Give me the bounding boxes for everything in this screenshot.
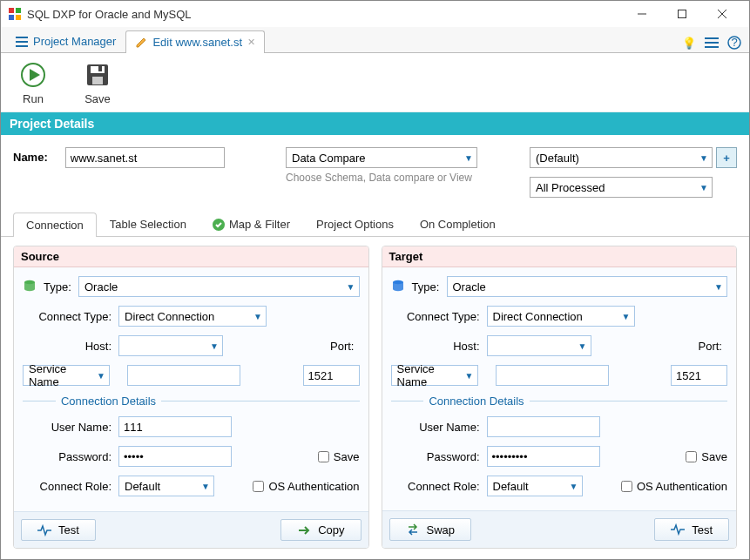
password-label: Password: bbox=[391, 450, 487, 463]
compare-type-value: Data Compare bbox=[292, 152, 366, 165]
chevron-down-icon: ▼ bbox=[210, 341, 219, 351]
minimize-button[interactable] bbox=[622, 1, 662, 27]
username-label: User Name: bbox=[23, 421, 118, 434]
title-bar: SQL DXP for Oracle and MySQL bbox=[1, 1, 749, 27]
svg-rect-1 bbox=[16, 8, 21, 13]
source-username-input[interactable] bbox=[118, 416, 232, 437]
source-connect-role-combo[interactable]: Default▼ bbox=[118, 476, 214, 496]
chevron-down-icon: ▼ bbox=[97, 371, 105, 381]
target-port-input[interactable] bbox=[671, 365, 727, 386]
chevron-down-icon: ▼ bbox=[570, 482, 578, 491]
chevron-down-icon: ▼ bbox=[699, 183, 708, 192]
tab-project-options[interactable]: Project Options bbox=[303, 212, 407, 236]
host-label: Host: bbox=[23, 340, 118, 353]
target-os-auth-checkbox[interactable]: OS Authentication bbox=[621, 480, 727, 493]
chevron-down-icon: ▼ bbox=[622, 312, 631, 321]
tab-close-icon[interactable]: ✕ bbox=[247, 37, 255, 48]
source-port-input[interactable] bbox=[303, 365, 360, 386]
chevron-down-icon: ▼ bbox=[714, 282, 723, 292]
name-input[interactable] bbox=[65, 147, 225, 168]
target-connect-type-combo[interactable]: Direct Connection▼ bbox=[487, 306, 635, 327]
profile-combo[interactable]: (Default) ▼ bbox=[530, 147, 713, 168]
chevron-down-icon: ▼ bbox=[578, 341, 587, 351]
pulse-icon bbox=[671, 523, 685, 536]
target-connect-role-combo[interactable]: Default▼ bbox=[487, 476, 583, 496]
app-icon bbox=[8, 7, 22, 21]
swap-button[interactable]: Swap bbox=[389, 518, 472, 541]
document-tabs: Project Manager Edit www.sanet.st ✕ 💡 ? bbox=[1, 27, 749, 53]
database-icon bbox=[391, 280, 405, 293]
status-combo[interactable]: All Processed ▼ bbox=[530, 177, 713, 198]
source-os-auth-checkbox[interactable]: OS Authentication bbox=[253, 480, 359, 493]
help-icon[interactable]: ? bbox=[725, 33, 744, 52]
source-service-input[interactable] bbox=[127, 365, 240, 386]
window-title: SQL DXP for Oracle and MySQL bbox=[27, 8, 622, 21]
hint-icon[interactable]: 💡 bbox=[679, 33, 699, 52]
svg-rect-21 bbox=[98, 66, 102, 71]
port-label: Port: bbox=[325, 340, 360, 353]
target-host-combo[interactable]: ▼ bbox=[487, 335, 591, 356]
check-icon bbox=[213, 219, 225, 231]
list-icon bbox=[16, 36, 28, 48]
tab-connection[interactable]: Connection bbox=[13, 213, 97, 237]
toolbar: Run Save bbox=[1, 53, 749, 112]
menu-icon[interactable] bbox=[702, 33, 721, 52]
source-test-button[interactable]: Test bbox=[21, 519, 96, 541]
close-button[interactable] bbox=[702, 1, 742, 27]
source-connect-type-combo[interactable]: Direct Connection▼ bbox=[118, 306, 267, 327]
tab-project-manager[interactable]: Project Manager bbox=[6, 30, 125, 52]
connect-role-label: Connect Role: bbox=[23, 480, 118, 493]
target-save-checkbox[interactable]: Save bbox=[686, 450, 727, 463]
chevron-down-icon: ▼ bbox=[464, 153, 473, 163]
source-password-input[interactable] bbox=[118, 446, 232, 467]
play-icon bbox=[18, 60, 48, 90]
tab-edit[interactable]: Edit www.sanet.st ✕ bbox=[125, 30, 265, 53]
source-host-combo[interactable]: ▼ bbox=[118, 335, 223, 356]
connect-role-label: Connect Role: bbox=[391, 480, 487, 493]
host-label: Host: bbox=[391, 340, 487, 353]
svg-rect-2 bbox=[9, 15, 14, 20]
target-type-combo[interactable]: Oracle▼ bbox=[447, 276, 728, 297]
pulse-icon bbox=[37, 524, 51, 536]
tab-on-completion[interactable]: On Completion bbox=[407, 212, 509, 236]
copy-button[interactable]: Copy bbox=[280, 519, 361, 541]
target-password-input[interactable] bbox=[487, 446, 600, 467]
tab-table-selection[interactable]: Table Selection bbox=[97, 212, 199, 236]
target-service-name-combo[interactable]: Service Name▼ bbox=[391, 365, 478, 386]
name-label: Name: bbox=[13, 147, 48, 164]
maximize-button[interactable] bbox=[662, 1, 702, 27]
connection-panels: Source Type: Oracle▼ Connect Type: Direc… bbox=[1, 237, 749, 557]
source-type-combo[interactable]: Oracle▼ bbox=[78, 276, 360, 297]
run-button[interactable]: Run bbox=[18, 60, 48, 105]
svg-marker-17 bbox=[30, 69, 40, 81]
add-profile-button[interactable]: + bbox=[716, 147, 737, 168]
target-username-input[interactable] bbox=[487, 416, 600, 437]
status-value: All Processed bbox=[536, 181, 605, 194]
source-service-name-combo[interactable]: Service Name▼ bbox=[23, 365, 110, 386]
connection-details-divider: Connection Details bbox=[23, 395, 360, 408]
svg-rect-11 bbox=[705, 37, 719, 39]
svg-rect-13 bbox=[705, 46, 719, 48]
svg-rect-8 bbox=[16, 37, 28, 38]
username-label: User Name: bbox=[391, 421, 487, 434]
svg-rect-20 bbox=[92, 77, 103, 84]
tab-label: Project Manager bbox=[33, 35, 116, 48]
compare-type-combo[interactable]: Data Compare ▼ bbox=[286, 147, 477, 168]
connection-details-divider: Connection Details bbox=[391, 395, 728, 408]
type-label: Type: bbox=[412, 280, 447, 293]
chevron-down-icon: ▼ bbox=[465, 371, 474, 381]
inner-tabs: Connection Table Selection Map & Filter … bbox=[1, 212, 749, 237]
profile-value: (Default) bbox=[536, 152, 579, 165]
source-save-checkbox[interactable]: Save bbox=[318, 450, 360, 463]
save-button[interactable]: Save bbox=[83, 60, 112, 105]
database-icon bbox=[23, 280, 37, 293]
tab-map-filter[interactable]: Map & Filter bbox=[199, 212, 303, 236]
svg-rect-10 bbox=[16, 45, 28, 47]
connect-type-label: Connect Type: bbox=[23, 310, 118, 323]
run-label: Run bbox=[23, 92, 44, 105]
chevron-down-icon: ▼ bbox=[699, 153, 708, 163]
target-test-button[interactable]: Test bbox=[654, 518, 729, 541]
svg-rect-19 bbox=[91, 66, 105, 73]
target-service-input[interactable] bbox=[496, 365, 609, 386]
svg-rect-3 bbox=[16, 15, 21, 20]
